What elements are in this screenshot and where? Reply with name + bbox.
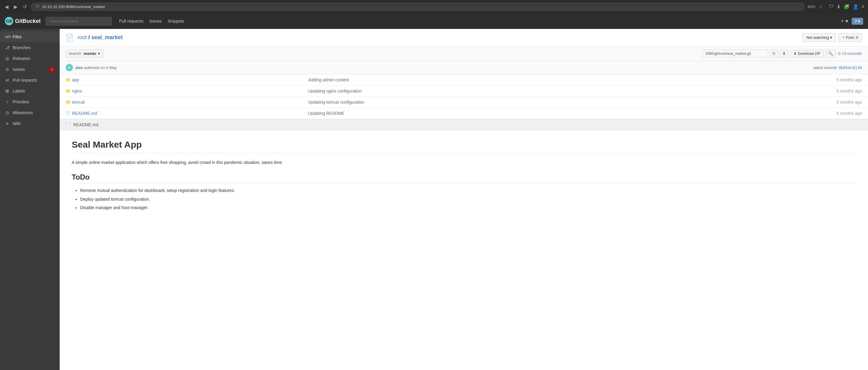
sidebar-item-labels[interactable]: ⊞ Labels [0, 86, 60, 96]
clone-url-input[interactable] [702, 50, 768, 58]
sidebar-item-releases[interactable]: ◎ Releases [0, 53, 60, 64]
file-link[interactable]: README.md [72, 111, 97, 116]
file-link[interactable]: app [72, 78, 79, 82]
file-commit-msg: Updating nginx configuration [302, 86, 667, 97]
readme-content: Seal Market App A simple online market a… [60, 130, 868, 225]
commit-meta: alex authored on 6 May [75, 65, 117, 70]
repo-icon: 📄 [66, 34, 74, 41]
repo-name-link[interactable]: seal_market [91, 34, 123, 40]
download-url-button[interactable]: ⬇ [780, 50, 788, 58]
download-icon[interactable]: ⬇ [837, 4, 841, 10]
folder-icon: 📁 [66, 100, 71, 104]
files-icon: </> [5, 34, 10, 39]
table-row: 📁 tomcat Updating tomcat configuration 5… [60, 97, 868, 108]
folder-icon: 📁 [66, 89, 71, 93]
wiki-icon: ≡ [5, 121, 10, 126]
nav-pull-requests[interactable]: Pull requests [119, 19, 144, 24]
pull-requests-icon: ⇄ [5, 78, 10, 83]
nav-issues[interactable]: Issues [150, 19, 161, 24]
sidebar-item-pull-requests[interactable]: ⇄ Pull requests [0, 75, 60, 86]
readme-filename: README.md [73, 122, 98, 127]
forward-button[interactable]: ▶ [13, 3, 19, 11]
back-button[interactable]: ◀ [4, 3, 10, 11]
readme-todo-heading: ToDo [72, 173, 856, 184]
sidebar-label-labels: Labels [13, 89, 25, 93]
copy-url-button[interactable]: ⎘ [770, 50, 778, 58]
logo[interactable]: GB GitBucket [5, 17, 41, 25]
issues-badge: 1 [49, 67, 55, 71]
sidebar-item-issues[interactable]: ⊙ Issues 1 [0, 64, 60, 75]
file-icon: 📄 [66, 111, 71, 116]
readme-title: Seal Market App [72, 140, 856, 153]
url-text: 10.10.10.250:8080/root/seal_market [42, 4, 105, 9]
commit-date-text: 6 May [106, 65, 117, 70]
sidebar-item-priorities[interactable]: ↕ Priorities [0, 96, 60, 107]
logo-text: GitBucket [15, 18, 41, 24]
file-commit-msg: Updating tomcat configuration [302, 97, 667, 108]
latest-commit-label: latest commit [813, 65, 837, 70]
milestones-icon: ◷ [5, 110, 10, 115]
labels-icon: ⊞ [5, 89, 10, 93]
address-bar[interactable]: 🛡 10.10.10.250:8080/root/seal_market [31, 3, 805, 11]
bookmark-icon[interactable]: ☆ [818, 4, 823, 10]
browser-chrome: ◀ ▶ ↺ 🛡 10.10.10.250:8080/root/seal_mark… [0, 0, 868, 13]
sidebar-label-files: Files [13, 34, 22, 39]
file-name-cell: 📁 nginx [60, 86, 302, 97]
repo-owner-link[interactable]: root [78, 34, 87, 40]
main-layout: </> Files ⎇ Branches ◎ Releases ⊙ Issues… [0, 29, 868, 370]
file-link[interactable]: tomcat [72, 100, 85, 104]
extensions-icon[interactable]: 🧩 [844, 4, 849, 10]
issues-icon: ⊙ [5, 67, 10, 72]
sidebar-label-wiki: Wiki [13, 121, 21, 126]
todo-item: Disable manager and host-manager. [80, 204, 856, 211]
user-badge[interactable]: 7 ▾ [852, 18, 863, 25]
file-time: 5 months ago [667, 74, 868, 86]
file-toolbar: branch: master ▾ ⎘ ⬇ ⬇ Download ZIP 🔍 ⊙ … [60, 47, 868, 61]
fork-button[interactable]: ⑂ Fork: 0 [838, 33, 862, 42]
readme-todo-list: Remove mutual authentication for dashboa… [80, 187, 856, 211]
search-input[interactable] [45, 17, 112, 26]
file-name-cell: 📁 app [60, 74, 302, 86]
sidebar-label-issues: Issues [13, 67, 25, 72]
sidebar-item-branches[interactable]: ⎇ Branches [0, 42, 60, 53]
file-table: 📁 app Adding admin content 5 months ago … [60, 74, 868, 119]
commits-count-text: 13 commits [842, 51, 862, 56]
branch-prefix: branch: [69, 51, 82, 56]
new-item-button[interactable]: + ▾ [841, 18, 848, 24]
sidebar-label-milestones: Milestones [13, 110, 33, 115]
folder-icon: 📁 [66, 78, 71, 82]
sidebar-item-milestones[interactable]: ◷ Milestones [0, 107, 60, 118]
file-time: 5 months ago [667, 86, 868, 97]
file-commit-msg: Adding admin content [302, 74, 667, 86]
profile-icon[interactable]: 👤 [852, 4, 859, 10]
commit-hash-link[interactable]: db85dc0136 [838, 65, 862, 70]
nav-links: Pull requests Issues Snippets [119, 19, 184, 24]
sidebar-label-pull-requests: Pull requests [13, 78, 37, 83]
nav-snippets[interactable]: Snippets [167, 19, 184, 24]
search-code-button[interactable]: 🔍 [826, 50, 836, 58]
sidebar-label-priorities: Priorities [13, 99, 29, 104]
download-zip-button[interactable]: ⬇ Download ZIP [790, 50, 824, 57]
branch-selector[interactable]: branch: master ▾ [66, 50, 103, 58]
watching-button[interactable]: Not watching ▾ [802, 33, 836, 42]
shield-icon: 🛡 [829, 4, 834, 9]
readme-header: 📄 README.md [60, 119, 868, 130]
table-row: 📁 app Adding admin content 5 months ago [60, 74, 868, 86]
nav-right: + ▾ 7 ▾ [841, 18, 863, 25]
reload-button[interactable]: ↺ [22, 3, 28, 11]
commit-bar: A alex authored on 6 May latest commit d… [60, 61, 868, 74]
readme-file-icon: 📄 [66, 122, 71, 127]
zoom-level: 80% [808, 4, 815, 9]
security-icon: 🛡 [36, 4, 39, 9]
menu-icon[interactable]: ≡ [862, 4, 864, 9]
clone-url-box: ⎘ ⬇ ⬇ Download ZIP 🔍 ⊙ 13 commits [702, 50, 862, 58]
sidebar-item-files[interactable]: </> Files [0, 31, 60, 42]
readme-description: A simple online market application which… [72, 159, 856, 166]
logo-icon: GB [5, 17, 13, 25]
sidebar: </> Files ⎇ Branches ◎ Releases ⊙ Issues… [0, 29, 60, 370]
sidebar-item-wiki[interactable]: ≡ Wiki [0, 118, 60, 129]
file-link[interactable]: nginx [72, 89, 82, 93]
commit-author-link[interactable]: alex [75, 65, 83, 70]
commits-count-link[interactable]: ⊙ 13 commits [838, 51, 862, 56]
sidebar-label-branches: Branches [13, 45, 30, 50]
